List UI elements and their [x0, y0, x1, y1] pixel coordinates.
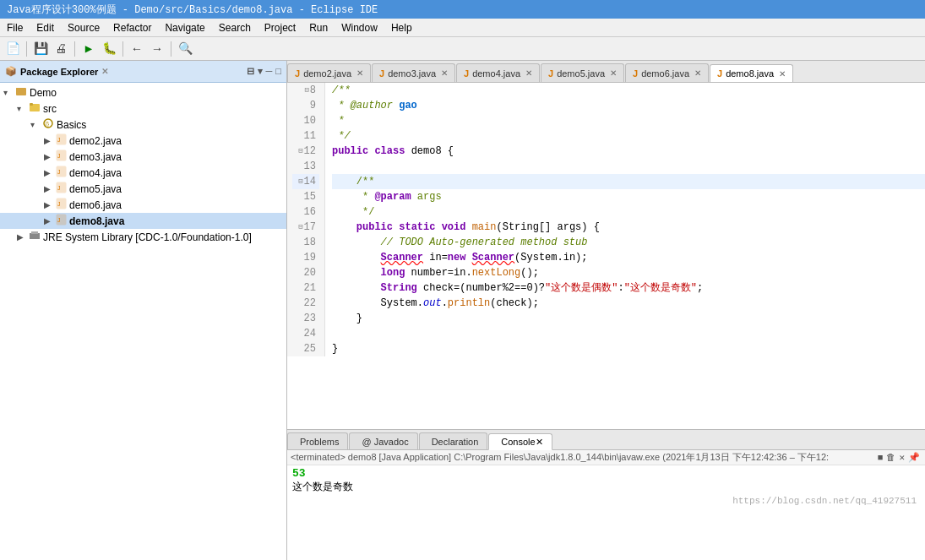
tree-arrow-9[interactable]: ▶ — [17, 232, 27, 242]
tree-item-1[interactable]: ▾src — [0, 101, 286, 117]
tree-arrow-3[interactable]: ▶ — [44, 136, 54, 145]
editor-tab-0[interactable]: Jdemo2.java✕ — [287, 63, 371, 82]
tree-item-2[interactable]: ▾{}Basics — [0, 117, 286, 133]
tree-icon-8: J — [56, 214, 67, 228]
sep1 — [26, 41, 27, 57]
line-num-12: ⊟12 — [292, 144, 319, 159]
tree-arrow-6[interactable]: ▶ — [44, 184, 54, 193]
tab-label-5: demo8.java — [726, 68, 774, 79]
tree-item-3[interactable]: ▶Jdemo2.java — [0, 133, 286, 149]
maximize-icon[interactable]: □ — [275, 66, 281, 77]
tree-item-8[interactable]: ▶Jdemo8.java — [0, 213, 286, 229]
console-pin-btn[interactable]: 📌 — [908, 452, 920, 463]
editor-tab-5[interactable]: Jdemo8.java✕ — [710, 64, 793, 83]
run-btn[interactable]: ▶ — [79, 40, 98, 58]
bottom-tabs: Problems@ JavadocDeclarationConsole✕ — [287, 430, 925, 450]
tree-arrow-7[interactable]: ▶ — [44, 200, 54, 209]
tree-icon-1 — [29, 101, 41, 116]
tree-item-7[interactable]: ▶Jdemo6.java — [0, 197, 286, 213]
console-close-btn[interactable]: ✕ — [899, 452, 905, 463]
tab-close-4[interactable]: ✕ — [694, 68, 701, 78]
tab-close-0[interactable]: ✕ — [356, 68, 363, 78]
tree-item-5[interactable]: ▶Jdemo4.java — [0, 165, 286, 181]
tree-arrow-1[interactable]: ▾ — [17, 104, 27, 113]
code-line-10: * — [332, 113, 925, 128]
line-num-18: 18 — [292, 235, 319, 250]
tab-close-3[interactable]: ✕ — [610, 68, 617, 78]
code-lines[interactable]: /** * @author gao * */public class demo8… — [325, 83, 925, 356]
tree-arrow-5[interactable]: ▶ — [44, 168, 54, 177]
console-stop-btn[interactable]: ■ — [878, 453, 884, 463]
editor-tab-1[interactable]: Jdemo3.java✕ — [372, 63, 455, 82]
tab-label-2: demo4.java — [472, 68, 520, 79]
tree-item-9[interactable]: ▶JRE System Library [CDC-1.0/Foundation-… — [0, 229, 286, 245]
sep2 — [74, 41, 75, 57]
svg-text:J: J — [57, 169, 61, 175]
line-num-14: ⊟14 — [292, 174, 319, 189]
tree-arrow-8[interactable]: ▶ — [44, 216, 54, 226]
forward-btn[interactable]: → — [148, 40, 166, 58]
bottom-tab-3[interactable]: Console✕ — [488, 433, 552, 450]
menu-help[interactable]: Help — [384, 20, 419, 35]
tree-arrow-0[interactable]: ▾ — [3, 88, 14, 97]
search-toolbar-btn[interactable]: 🔍 — [176, 40, 194, 58]
line-num-9: 9 — [292, 98, 319, 113]
tree-arrow-2[interactable]: ▾ — [30, 120, 41, 129]
editor-tab-3[interactable]: Jdemo5.java✕ — [541, 63, 624, 82]
package-explorer-close-icon[interactable]: ✕ — [101, 67, 108, 76]
tab-icon-5: J — [717, 68, 722, 79]
menu-navigate[interactable]: Navigate — [158, 20, 211, 35]
console-clear-btn[interactable]: 🗑 — [886, 452, 895, 463]
tab-label-1: demo3.java — [388, 68, 436, 79]
tree-label-5: demo4.java — [69, 167, 122, 179]
new-btn[interactable]: 📄 — [3, 40, 22, 58]
editor-tab-4[interactable]: Jdemo6.java✕ — [625, 63, 709, 82]
tree-icon-2: {} — [42, 117, 54, 132]
tab-close-2[interactable]: ✕ — [525, 68, 532, 78]
collapse-all-icon[interactable]: ⊟ — [247, 66, 254, 77]
code-editor[interactable]: ⊟891011⊟1213⊟141516⊟171819202122232425 /… — [287, 83, 925, 429]
menu-source[interactable]: Source — [61, 20, 106, 35]
minimize-icon[interactable]: ─ — [266, 66, 273, 77]
menu-window[interactable]: Window — [335, 20, 384, 35]
tree-item-6[interactable]: ▶Jdemo5.java — [0, 181, 286, 197]
tab-label-4: demo6.java — [641, 68, 689, 79]
tab-close-5[interactable]: ✕ — [779, 69, 786, 79]
editor-tab-2[interactable]: Jdemo4.java✕ — [456, 63, 540, 82]
save-btn[interactable]: 💾 — [31, 40, 50, 58]
tree-item-0[interactable]: ▾Demo — [0, 84, 286, 101]
line-num-8: ⊟8 — [292, 83, 319, 98]
code-line-22: System.out.println(check); — [332, 296, 925, 311]
package-explorer-header: 📦 Package Explorer ✕ ⊟ ▾ ─ □ — [0, 61, 286, 83]
line-num-19: 19 — [292, 250, 319, 265]
menu-refactor[interactable]: Refactor — [106, 20, 158, 35]
menu-bar: File Edit Source Refactor Navigate Searc… — [0, 19, 925, 37]
line-num-22: 22 — [292, 296, 319, 311]
package-tree: ▾Demo▾src▾{}Basics▶Jdemo2.java▶Jdemo3.ja… — [0, 83, 286, 560]
code-line-24 — [332, 326, 925, 341]
tree-arrow-4[interactable]: ▶ — [44, 152, 54, 161]
tree-item-4[interactable]: ▶Jdemo3.java — [0, 149, 286, 165]
tab-label-0: demo2.java — [303, 68, 351, 79]
menu-search[interactable]: Search — [212, 20, 258, 35]
code-line-12: public class demo8 { — [332, 144, 925, 159]
view-menu-icon[interactable]: ▾ — [258, 66, 263, 77]
code-line-13 — [332, 159, 925, 174]
tab-icon-0: J — [295, 68, 300, 79]
menu-edit[interactable]: Edit — [30, 20, 61, 35]
menu-run[interactable]: Run — [302, 20, 335, 35]
menu-file[interactable]: File — [0, 20, 30, 35]
code-line-21: String check=(number%2==0)?"这个数是偶数":"这个数… — [332, 280, 925, 296]
back-btn[interactable]: ← — [128, 40, 146, 58]
bottom-tab-1[interactable]: @ Javadoc — [349, 432, 417, 449]
left-panel: 📦 Package Explorer ✕ ⊟ ▾ ─ □ ▾Demo▾src▾{… — [0, 61, 287, 560]
debug-btn[interactable]: 🐛 — [100, 40, 118, 58]
bottom-tab-2[interactable]: Declaration — [419, 432, 488, 449]
tree-icon-4: J — [56, 150, 67, 164]
bottom-tab-close-3[interactable]: ✕ — [536, 437, 543, 448]
bottom-tab-0[interactable]: Problems — [287, 432, 348, 449]
line-num-23: 23 — [292, 311, 319, 326]
menu-project[interactable]: Project — [258, 20, 302, 35]
print-btn[interactable]: 🖨 — [52, 40, 70, 58]
tab-close-1[interactable]: ✕ — [441, 68, 448, 78]
